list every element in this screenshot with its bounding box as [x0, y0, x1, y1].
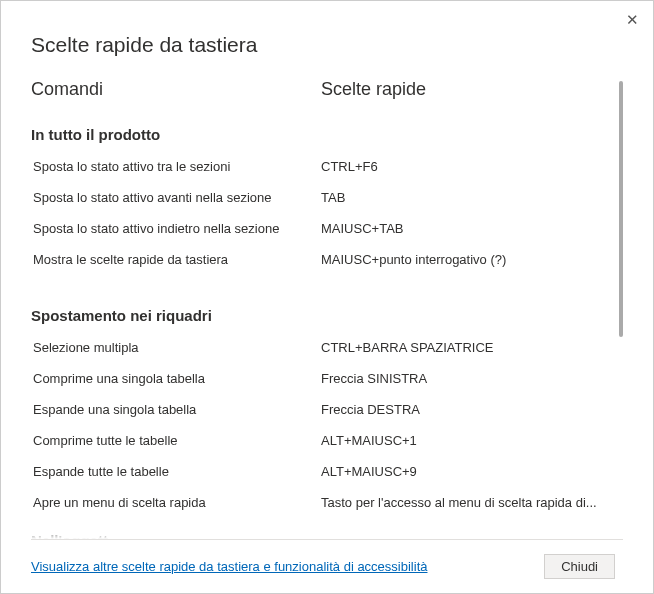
section-panes: Spostamento nei riquadri Selezione multi… [31, 307, 609, 510]
shortcut-row: Apre un menu di scelta rapida Tasto per … [31, 495, 609, 510]
scrollbar-thumb[interactable] [619, 81, 623, 337]
shortcut-row: Comprime tutte le tabelle ALT+MAIUSC+1 [31, 433, 609, 448]
command-label: Selezione multipla [31, 340, 321, 355]
command-label: Comprime una singola tabella [31, 371, 321, 386]
shortcut-row: Sposta lo stato attivo indietro nella se… [31, 221, 609, 236]
shortcut-row: Sposta lo stato attivo tra le sezioni CT… [31, 159, 609, 174]
shortcut-key: Tasto per l'accesso al menu di scelta ra… [321, 495, 609, 510]
shortcuts-column-header: Scelte rapide [321, 79, 426, 100]
shortcut-key: CTRL+BARRA SPAZIATRICE [321, 340, 609, 355]
content-scroll-area: Comandi Scelte rapide In tutto il prodot… [31, 79, 623, 539]
accessibility-link[interactable]: Visualizza altre scelte rapide da tastie… [31, 559, 427, 574]
shortcut-key: ALT+MAIUSC+1 [321, 433, 609, 448]
dialog-title: Scelte rapide da tastiera [31, 33, 623, 57]
section-title: Spostamento nei riquadri [31, 307, 609, 324]
command-label: Sposta lo stato attivo tra le sezioni [31, 159, 321, 174]
shortcut-row: Comprime una singola tabella Freccia SIN… [31, 371, 609, 386]
columns-header: Comandi Scelte rapide [31, 79, 609, 100]
shortcut-row: Mostra le scelte rapide da tastiera MAIU… [31, 252, 609, 267]
dialog-footer: Visualizza altre scelte rapide da tastie… [31, 539, 623, 593]
command-label: Comprime tutte le tabelle [31, 433, 321, 448]
commands-column-header: Comandi [31, 79, 321, 100]
scroll-fade [31, 527, 609, 539]
shortcut-row: Espande tutte le tabelle ALT+MAIUSC+9 [31, 464, 609, 479]
keyboard-shortcuts-dialog: ✕ Scelte rapide da tastiera Comandi Scel… [1, 1, 653, 593]
command-label: Sposta lo stato attivo indietro nella se… [31, 221, 321, 236]
shortcut-key: TAB [321, 190, 609, 205]
shortcut-key: Freccia DESTRA [321, 402, 609, 417]
close-button[interactable]: Chiudi [544, 554, 615, 579]
close-icon[interactable]: ✕ [626, 11, 639, 29]
shortcut-key: CTRL+F6 [321, 159, 609, 174]
shortcut-row: Sposta lo stato attivo avanti nella sezi… [31, 190, 609, 205]
command-label: Espande una singola tabella [31, 402, 321, 417]
command-label: Sposta lo stato attivo avanti nella sezi… [31, 190, 321, 205]
shortcut-row: Selezione multipla CTRL+BARRA SPAZIATRIC… [31, 340, 609, 355]
shortcut-key: MAIUSC+TAB [321, 221, 609, 236]
command-label: Mostra le scelte rapide da tastiera [31, 252, 321, 267]
shortcut-key: MAIUSC+punto interrogativo (?) [321, 252, 609, 267]
shortcut-key: Freccia SINISTRA [321, 371, 609, 386]
shortcut-row: Espande una singola tabella Freccia DEST… [31, 402, 609, 417]
section-product: In tutto il prodotto Sposta lo stato att… [31, 126, 609, 267]
command-label: Apre un menu di scelta rapida [31, 495, 321, 510]
shortcut-key: ALT+MAIUSC+9 [321, 464, 609, 479]
command-label: Espande tutte le tabelle [31, 464, 321, 479]
section-title: In tutto il prodotto [31, 126, 609, 143]
